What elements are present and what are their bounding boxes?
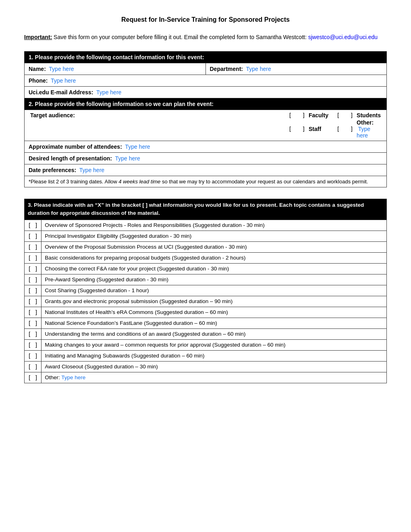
intro-section: Important: Save this form on your comput… <box>24 33 387 42</box>
section3-other-input[interactable]: Type here <box>61 374 85 380</box>
section3-item-row: [ ]Cost Sharing (Suggested duration - 1 … <box>25 285 387 296</box>
audience-bracket-1[interactable]: [ ] <box>335 112 355 119</box>
section3-item-row: [ ]National Science Foundation’s FastLan… <box>25 318 387 328</box>
section3-header-row: 3. Please indicate with an “X” in the br… <box>25 199 387 220</box>
name-input[interactable]: Type here <box>49 66 74 72</box>
section3-item-13: Award Closeout (Suggested duration – 30 … <box>42 361 387 372</box>
department-input[interactable]: Type here <box>246 66 271 72</box>
email-link[interactable]: sjwestco@uci.edu@uci.edu <box>308 34 378 40</box>
section3-item-row: [ ]Grants.gov and electronic proposal su… <box>25 296 387 307</box>
intro-text: Save this form on your computer before f… <box>52 34 308 40</box>
phone-cell: Phone: Type here <box>25 75 387 87</box>
section3-item-5: Pre-Award Spending (Suggested duration -… <box>42 274 387 285</box>
attendees-row: Approximate number of attendees: Type he… <box>25 141 387 153</box>
audience-table: Target audience: [ ] Faculty [ ] Student… <box>29 112 382 139</box>
length-input[interactable]: Type here <box>115 155 140 162</box>
audience-other-label: Other: <box>357 119 374 126</box>
section2-header: 2. Please provide the following informat… <box>25 98 387 110</box>
name-cell: Name: Type here <box>25 63 206 75</box>
section1-header: 1. Please provide the following contact … <box>25 52 387 63</box>
section1-table: 1. Please provide the following contact … <box>24 51 387 187</box>
section3-bracket-2[interactable]: [ ] <box>25 241 42 252</box>
section3-item-row: [ ]Overview of the Proposal Submission P… <box>25 241 387 252</box>
audience-bracket-0[interactable]: [ ] <box>287 112 307 119</box>
audience-cell: Target audience: [ ] Faculty [ ] Student… <box>25 110 387 141</box>
date-row: Date preferences: Type here <box>25 164 387 176</box>
page-title: Request for In-Service Training for Spon… <box>24 16 387 23</box>
section3-bracket-12[interactable]: [ ] <box>25 350 42 361</box>
section3-bracket-3[interactable]: [ ] <box>25 252 42 263</box>
section3-bracket-8[interactable]: [ ] <box>25 307 42 318</box>
attendees-label: Approximate number of attendees: <box>29 143 122 150</box>
email-row: Uci.edu E-mail Address: Type here <box>25 87 387 98</box>
section3-item-6: Cost Sharing (Suggested duration - 1 hou… <box>42 285 387 296</box>
note-row: *Please list 2 of 3 training dates. Allo… <box>25 176 387 187</box>
name-department-row: Name: Type here Department: Type here <box>25 63 387 75</box>
audience-option-faculty: Faculty <box>307 112 335 119</box>
phone-input[interactable]: Type here <box>51 77 76 84</box>
section3-bracket-0[interactable]: [ ] <box>25 220 42 231</box>
section3-item-1: Principal Investigator Eligibility (Sugg… <box>42 231 387 241</box>
attendees-input[interactable]: Type here <box>125 143 150 150</box>
section3-bracket-7[interactable]: [ ] <box>25 296 42 307</box>
section3-item-row: [ ]Award Closeout (Suggested duration – … <box>25 361 387 372</box>
section3-bracket-1[interactable]: [ ] <box>25 231 42 241</box>
section3-item-11: Making changes to your award – common re… <box>42 339 387 350</box>
section3-item-7: Grants.gov and electronic proposal submi… <box>42 296 387 307</box>
important-label: Important: <box>24 34 52 40</box>
audience-option-students: Students <box>355 112 382 119</box>
email-label: Uci.edu E-mail Address: <box>29 89 93 96</box>
audience-other-input[interactable]: Type here <box>357 126 370 139</box>
audience-option-other-cell: Other: Type here <box>355 119 382 139</box>
section3-bracket-6[interactable]: [ ] <box>25 285 42 296</box>
section3-item-row: [ ]Principal Investigator Eligibility (S… <box>25 231 387 241</box>
section3-item-14: Other: Type here <box>42 372 387 383</box>
section3-item-row: [ ]Choosing the correct F&A rate for you… <box>25 263 387 274</box>
section3-item-row: [ ]Basic considerations for preparing pr… <box>25 252 387 263</box>
audience-bracket-3[interactable]: [ ] <box>335 119 355 139</box>
section3-item-3: Basic considerations for preparing propo… <box>42 252 387 263</box>
section3-bracket-11[interactable]: [ ] <box>25 339 42 350</box>
section3-item-9: National Science Foundation’s FastLane (… <box>42 318 387 328</box>
section3-table: 3. Please indicate with an “X” in the br… <box>24 199 387 383</box>
email-cell: Uci.edu E-mail Address: Type here <box>25 87 387 98</box>
audience-row-1: Target audience: [ ] Faculty [ ] Student… <box>29 112 382 119</box>
section3-item-row: [ ]Other: Type here <box>25 372 387 383</box>
section3-bracket-9[interactable]: [ ] <box>25 318 42 328</box>
department-cell: Department: Type here <box>206 63 387 75</box>
name-label: Name: <box>29 66 46 72</box>
date-label: Date preferences: <box>29 167 76 173</box>
section3-item-0: Overview of Sponsored Projects - Roles a… <box>42 220 387 231</box>
phone-row: Phone: Type here <box>25 75 387 87</box>
department-label: Department: <box>210 66 243 72</box>
section3-item-4: Choosing the correct F&A rate for your p… <box>42 263 387 274</box>
section3-bracket-14[interactable]: [ ] <box>25 372 42 383</box>
audience-label: Target audience: <box>29 112 287 119</box>
audience-row: Target audience: [ ] Faculty [ ] Student… <box>25 110 387 141</box>
section3-bracket-10[interactable]: [ ] <box>25 328 42 339</box>
section3-item-row: [ ]Understanding the terms and condition… <box>25 328 387 339</box>
phone-label: Phone: <box>29 77 48 84</box>
audience-bracket-2[interactable]: [ ] <box>287 119 307 139</box>
section3-item-10: Understanding the terms and conditions o… <box>42 328 387 339</box>
section3-item-row: [ ]Initiating and Managing Subawards (Su… <box>25 350 387 361</box>
note-cell: *Please list 2 of 3 training dates. Allo… <box>25 176 387 187</box>
section3-bracket-5[interactable]: [ ] <box>25 274 42 285</box>
length-label: Desired length of presentation: <box>29 155 112 162</box>
note-text-start: *Please list 2 of 3 training dates. Allo… <box>29 179 118 185</box>
section3-bracket-13[interactable]: [ ] <box>25 361 42 372</box>
section3-item-2: Overview of the Proposal Submission Proc… <box>42 241 387 252</box>
section3-item-row: [ ]Making changes to your award – common… <box>25 339 387 350</box>
section3-bracket-4[interactable]: [ ] <box>25 263 42 274</box>
note-italic: 4 weeks lead time <box>118 179 160 185</box>
date-input[interactable]: Type here <box>79 167 104 173</box>
section3-item-8: National Institutes of Health’s eRA Comm… <box>42 307 387 318</box>
length-cell: Desired length of presentation: Type her… <box>25 153 387 164</box>
section3-item-row: [ ]Overview of Sponsored Projects - Role… <box>25 220 387 231</box>
section2-header-row: 2. Please provide the following informat… <box>25 98 387 110</box>
section3-item-12: Initiating and Managing Subawards (Sugge… <box>42 350 387 361</box>
email-input[interactable]: Type here <box>96 89 121 96</box>
section3-item-row: [ ]National Institutes of Health’s eRA C… <box>25 307 387 318</box>
audience-option-staff: Staff <box>307 119 335 139</box>
section3-header: 3. Please indicate with an “X” in the br… <box>25 199 387 220</box>
